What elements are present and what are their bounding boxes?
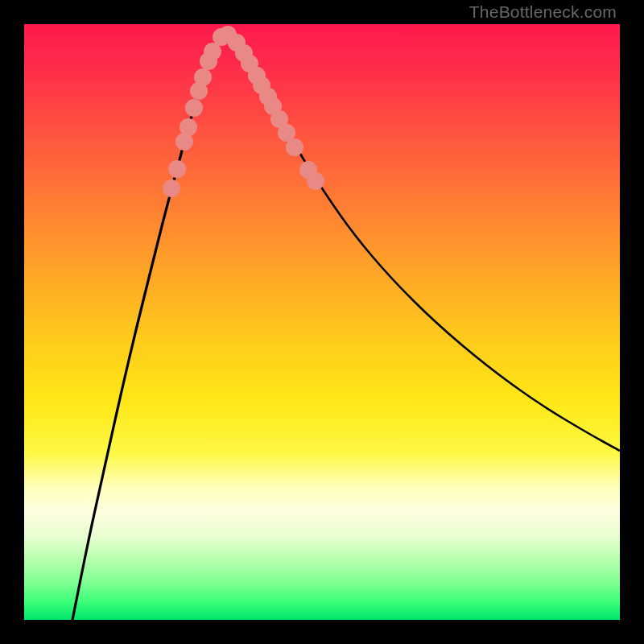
- left-curve: [72, 34, 225, 620]
- data-marker: [185, 99, 203, 117]
- chart-frame: TheBottleneck.com: [0, 0, 644, 644]
- data-marker: [163, 180, 180, 197]
- data-marker: [307, 172, 324, 190]
- watermark-text: TheBottleneck.com: [469, 2, 617, 22]
- curve-layer: [24, 24, 620, 620]
- marker-group: [163, 26, 324, 197]
- plot-area: [24, 24, 620, 620]
- right-curve: [225, 34, 620, 451]
- data-marker: [180, 118, 197, 136]
- data-marker: [286, 138, 303, 156]
- data-marker: [194, 68, 212, 86]
- data-marker: [168, 160, 186, 178]
